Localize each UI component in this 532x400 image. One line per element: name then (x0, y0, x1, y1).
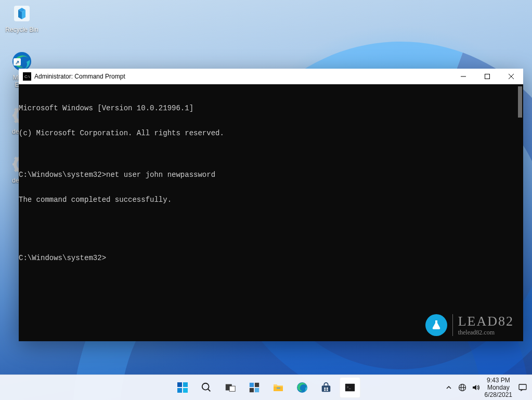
notifications-button[interactable] (516, 383, 529, 392)
command-prompt-window: C:\ Administrator: Command Prompt Micros… (19, 69, 523, 338)
titlebar[interactable]: C:\ Administrator: Command Prompt (19, 69, 523, 84)
terminal-line: C:\Windows\system32>net user john newpas… (19, 171, 523, 179)
cmd-app-icon: C:\ (23, 72, 31, 81)
watermark: LEAD82 thelead82.com (425, 314, 514, 336)
terminal-line: C:\Windows\system32> (19, 254, 523, 262)
svg-rect-34 (249, 388, 253, 392)
search-button[interactable] (196, 377, 217, 398)
svg-rect-27 (183, 388, 188, 393)
network-icon[interactable] (458, 383, 467, 392)
cmd-taskbar-button[interactable]: >_ (340, 377, 360, 398)
svg-text:>_: >_ (346, 385, 351, 390)
svg-rect-35 (254, 388, 258, 392)
volume-icon[interactable] (471, 383, 481, 392)
scrollbar-thumb[interactable] (518, 86, 522, 118)
recycle-bin-icon (10, 2, 33, 25)
svg-rect-43 (326, 390, 328, 391)
svg-rect-24 (177, 382, 182, 387)
svg-point-28 (202, 383, 209, 390)
svg-rect-31 (229, 386, 235, 391)
watermark-url: thelead82.com (458, 329, 514, 336)
svg-rect-36 (274, 386, 283, 391)
taskbar: >_ 9:43 PM Monday 6/28/2021 (0, 375, 532, 400)
svg-rect-26 (177, 388, 182, 393)
terminal-line: The command completed successfully. (19, 196, 523, 204)
taskbar-center: >_ (172, 375, 360, 400)
window-title: Administrator: Command Prompt (34, 73, 125, 80)
svg-rect-32 (249, 383, 253, 387)
svg-line-29 (207, 389, 210, 392)
svg-rect-42 (324, 390, 326, 391)
svg-rect-40 (324, 388, 326, 389)
tray-overflow-button[interactable] (444, 383, 453, 392)
desktop[interactable]: Recycle Bin ↗ Micr… Ed… desk… desk… C:\ … (0, 0, 532, 400)
svg-rect-49 (519, 384, 526, 390)
flask-icon (425, 314, 447, 336)
desktop-icon-recycle-bin[interactable]: Recycle Bin (2, 2, 42, 33)
svg-rect-25 (183, 382, 188, 387)
terminal-line: (c) Microsoft Corporation. All rights re… (19, 129, 523, 137)
shortcut-arrow-icon: ↗ (14, 58, 21, 66)
tray-time: 9:43 PM (485, 377, 512, 384)
close-button[interactable] (499, 69, 523, 84)
file-explorer-button[interactable] (268, 377, 289, 398)
clock-button[interactable]: 9:43 PM Monday 6/28/2021 (485, 377, 512, 398)
task-view-button[interactable] (220, 377, 241, 398)
svg-rect-37 (277, 388, 280, 389)
widgets-button[interactable] (244, 377, 265, 398)
desktop-icon-label: Recycle Bin (5, 26, 38, 33)
terminal-area[interactable]: Microsoft Windows [Version 10.0.21996.1]… (19, 84, 523, 341)
terminal-line: Microsoft Windows [Version 10.0.21996.1] (19, 104, 523, 112)
svg-rect-21 (485, 74, 490, 79)
edge-taskbar-button[interactable] (292, 377, 313, 398)
system-tray: 9:43 PM Monday 6/28/2021 (444, 375, 529, 400)
store-button[interactable] (316, 377, 336, 398)
svg-rect-39 (321, 385, 330, 392)
start-button[interactable] (172, 377, 193, 398)
maximize-button[interactable] (475, 69, 499, 84)
minimize-button[interactable] (451, 69, 475, 84)
svg-rect-14 (12, 163, 16, 165)
tray-day: Monday (485, 384, 512, 391)
svg-rect-5 (12, 114, 16, 117)
svg-rect-33 (254, 383, 258, 387)
svg-rect-41 (326, 388, 328, 389)
tray-date: 6/28/2021 (485, 391, 512, 398)
watermark-brand: LEAD82 (458, 315, 514, 328)
